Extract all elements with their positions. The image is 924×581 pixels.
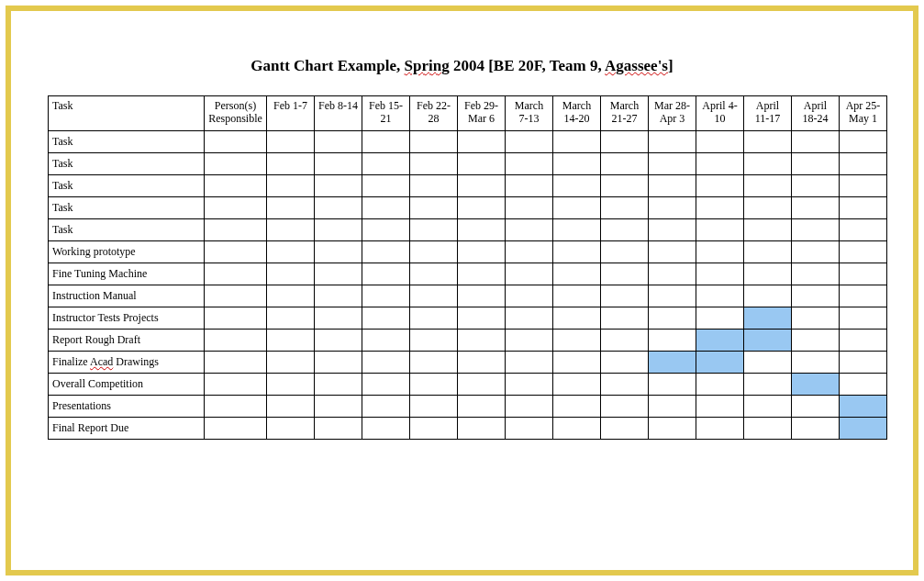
table-row: Overall Competition	[49, 374, 887, 396]
week-cell	[696, 263, 744, 285]
week-cell	[458, 131, 506, 153]
week-cell	[649, 374, 696, 396]
week-cell	[696, 131, 744, 153]
week-cell	[649, 263, 696, 285]
week-cell	[553, 241, 601, 263]
week-cell	[267, 330, 315, 352]
week-cell	[267, 197, 315, 219]
task-label: Overall Competition	[49, 374, 205, 396]
week-cell	[410, 307, 458, 330]
week-cell	[744, 241, 792, 263]
week-cell	[410, 418, 458, 440]
header-week: Feb 8-14	[315, 96, 362, 131]
task-label: Task	[49, 175, 205, 197]
week-cell	[362, 219, 410, 241]
person-cell	[205, 263, 267, 285]
week-cell	[362, 285, 410, 307]
header-week: April 18-24	[792, 96, 840, 131]
task-label: Final Report Due	[49, 418, 205, 440]
week-cell	[792, 307, 840, 330]
header-week: Feb 15-21	[362, 96, 410, 131]
week-cell	[696, 374, 744, 396]
header-week: March 14-20	[553, 96, 601, 131]
week-cell	[410, 219, 458, 241]
table-row: Task	[49, 153, 887, 175]
week-cell	[601, 263, 649, 285]
week-cell	[506, 241, 553, 263]
title-agassee: Agassee's	[605, 57, 668, 74]
week-cell	[840, 374, 887, 396]
week-cell	[362, 131, 410, 153]
week-cell	[315, 175, 362, 197]
week-cell	[506, 263, 553, 285]
week-cell	[649, 307, 696, 330]
week-cell	[649, 418, 696, 440]
week-cell	[362, 197, 410, 219]
week-cell	[601, 153, 649, 175]
week-cell	[267, 131, 315, 153]
week-cell	[601, 352, 649, 374]
week-cell	[744, 175, 792, 197]
week-cell	[792, 374, 840, 396]
week-cell	[649, 197, 696, 219]
week-cell	[792, 197, 840, 219]
week-cell	[840, 197, 887, 219]
person-cell	[205, 153, 267, 175]
header-week: Mar 28- Apr 3	[649, 96, 696, 131]
week-cell	[362, 241, 410, 263]
header-week: April 4-10	[696, 96, 744, 131]
week-cell	[410, 241, 458, 263]
week-cell	[315, 131, 362, 153]
person-cell	[205, 285, 267, 307]
week-cell	[458, 307, 506, 330]
week-cell	[649, 396, 696, 418]
week-cell	[601, 219, 649, 241]
week-cell	[362, 263, 410, 285]
week-cell	[458, 263, 506, 285]
week-cell	[696, 153, 744, 175]
week-cell	[315, 374, 362, 396]
week-cell	[362, 153, 410, 175]
week-cell	[458, 241, 506, 263]
week-cell	[744, 352, 792, 374]
week-cell	[792, 131, 840, 153]
week-cell	[840, 285, 887, 307]
week-cell	[553, 219, 601, 241]
week-cell	[649, 131, 696, 153]
person-cell	[205, 374, 267, 396]
week-cell	[601, 330, 649, 352]
week-cell	[744, 131, 792, 153]
table-row: Task	[49, 197, 887, 219]
week-cell	[792, 285, 840, 307]
week-cell	[315, 153, 362, 175]
week-cell	[840, 263, 887, 285]
week-cell	[315, 418, 362, 440]
week-cell	[458, 285, 506, 307]
week-cell	[792, 352, 840, 374]
week-cell	[696, 418, 744, 440]
week-cell	[362, 175, 410, 197]
document-frame: Gantt Chart Example, Spring 2004 [BE 20F…	[6, 6, 918, 575]
week-cell	[553, 153, 601, 175]
week-cell	[744, 263, 792, 285]
task-label: Task	[49, 131, 205, 153]
title-mid: 2004 [BE 20F, Team 9,	[450, 57, 605, 74]
week-cell	[696, 219, 744, 241]
week-cell	[410, 263, 458, 285]
task-label: Task	[49, 219, 205, 241]
week-cell	[553, 374, 601, 396]
week-cell	[410, 352, 458, 374]
week-cell	[267, 396, 315, 418]
week-cell	[506, 153, 553, 175]
gantt-table: Task Person(s) Responsible Feb 1-7 Feb 8…	[48, 95, 887, 440]
week-cell	[362, 330, 410, 352]
week-cell	[840, 175, 887, 197]
week-cell	[649, 330, 696, 352]
week-cell	[410, 131, 458, 153]
week-cell	[267, 285, 315, 307]
task-label: Task	[49, 197, 205, 219]
week-cell	[601, 241, 649, 263]
week-cell	[506, 396, 553, 418]
week-cell	[315, 219, 362, 241]
week-cell	[553, 285, 601, 307]
